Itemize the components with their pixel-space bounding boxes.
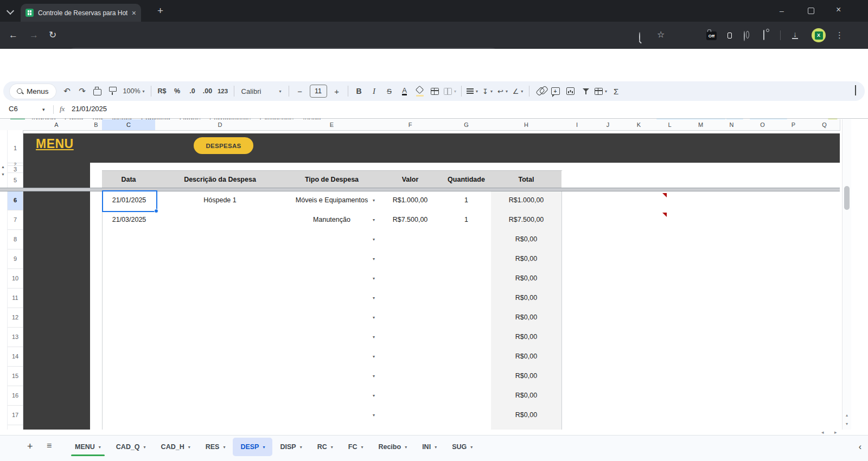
cell-valor[interactable] <box>379 288 442 308</box>
sheet-tab-RES[interactable]: RES▾ <box>198 438 233 456</box>
column-header-F[interactable]: F <box>379 119 442 131</box>
sheet-tab-menu-caret[interactable]: ▾ <box>470 445 473 450</box>
redo-icon[interactable]: ↷ <box>75 84 90 99</box>
cell-descricao[interactable] <box>155 229 285 249</box>
window-close-button[interactable]: × <box>836 6 841 14</box>
cell-quantidade[interactable] <box>442 268 492 289</box>
scroll-down-icon[interactable]: ▾ <box>843 421 851 426</box>
scrollbar-thumb[interactable] <box>844 186 850 210</box>
sheet-tab-menu-caret[interactable]: ▾ <box>435 445 437 450</box>
dark-left-panel[interactable] <box>23 163 90 430</box>
cell-tipo[interactable]: ▾ <box>285 366 379 386</box>
cell-tipo[interactable]: ▾ <box>285 386 379 406</box>
format-currency-button[interactable]: R$ <box>155 84 169 99</box>
extension-off-badge-icon[interactable]: Off <box>706 31 717 40</box>
column-header-A[interactable]: A <box>23 119 91 131</box>
sheet-tab-DISP[interactable]: DISP▾ <box>272 438 309 456</box>
functions-sum-button[interactable]: Σ <box>609 84 623 99</box>
cell-valor[interactable] <box>379 229 442 249</box>
browser-profile-avatar[interactable]: X <box>812 28 826 42</box>
sheet-tab-SUG[interactable]: SUG▾ <box>444 438 480 456</box>
row-header-6[interactable]: 6 <box>8 190 23 210</box>
bold-button[interactable]: B <box>352 84 366 99</box>
sheet-tab-DESP[interactable]: DESP▾ <box>233 438 272 456</box>
tab-search-chevron-icon[interactable] <box>7 7 14 15</box>
name-box-caret-icon[interactable]: ▾ <box>42 107 45 112</box>
dropdown-caret-icon[interactable]: ▾ <box>373 257 375 261</box>
cell-data[interactable] <box>102 386 156 406</box>
row-header-12[interactable]: 12 <box>8 308 23 328</box>
insert-chart-icon[interactable] <box>564 84 578 99</box>
sheet-tab-RC[interactable]: RC▾ <box>310 438 341 456</box>
cell-quantidade[interactable] <box>442 386 492 406</box>
column-header-B[interactable]: B <box>90 119 103 131</box>
cell-descricao[interactable] <box>155 366 285 386</box>
horizontal-align-button[interactable]: ▾ <box>465 84 480 99</box>
back-icon[interactable]: ← <box>9 30 18 41</box>
scroll-up-icon[interactable]: ▴ <box>843 413 851 418</box>
cell-tipo[interactable]: ▾ <box>285 405 379 425</box>
cell-valor[interactable] <box>379 308 442 328</box>
cell-data[interactable] <box>102 288 156 308</box>
print-icon[interactable] <box>91 84 105 99</box>
sheet-tab-Recibo[interactable]: Recibo▾ <box>371 438 414 456</box>
text-color-button[interactable]: A <box>398 84 412 99</box>
cell-descricao[interactable] <box>155 288 285 308</box>
select-all-corner[interactable] <box>0 119 23 131</box>
add-sheet-icon[interactable]: + <box>27 441 33 452</box>
cell-quantidade[interactable] <box>442 308 492 328</box>
dropdown-caret-icon[interactable]: ▾ <box>373 237 375 242</box>
row-header-17[interactable]: 17 <box>8 405 23 425</box>
row-header-7[interactable]: 7 <box>8 210 23 230</box>
dropdown-caret-icon[interactable]: ▾ <box>373 217 375 222</box>
row-header-9[interactable]: 9 <box>8 249 23 269</box>
collapse-toolbar-button[interactable] <box>855 86 856 96</box>
cell-quantidade[interactable] <box>442 366 492 386</box>
cell-valor[interactable]: R$1.000,00 <box>379 190 442 210</box>
bookmark-star-icon[interactable]: ☆ <box>657 29 665 40</box>
cell-data[interactable]: 21/01/2025 <box>102 190 156 210</box>
sheet-tab-menu-caret[interactable]: ▾ <box>188 445 190 450</box>
row-header-1[interactable]: 1 <box>8 133 23 163</box>
formula-input[interactable]: 21/01/2025 <box>72 105 107 113</box>
cell-total[interactable]: R$0,00 <box>491 366 562 386</box>
sheet-tab-menu-caret[interactable]: ▾ <box>223 445 225 450</box>
column-header-G[interactable]: G <box>442 119 492 131</box>
dropdown-caret-icon[interactable]: ▾ <box>373 354 375 359</box>
cell-data[interactable] <box>102 308 156 328</box>
sheet-tab-MENU[interactable]: MENU▾ <box>67 438 108 456</box>
cell-valor[interactable] <box>379 386 442 406</box>
downloads-icon[interactable]: ↓ <box>792 31 798 39</box>
cell-total[interactable]: R$0,00 <box>491 347 562 367</box>
sheet-tab-menu-caret[interactable]: ▾ <box>300 445 302 450</box>
fill-color-button[interactable] <box>413 84 427 99</box>
strikethrough-button[interactable]: S <box>382 84 397 99</box>
cell-valor[interactable] <box>379 405 442 425</box>
sheet-tab-menu-caret[interactable]: ▾ <box>405 445 407 450</box>
cell-data[interactable] <box>102 327 156 347</box>
row-header-15[interactable]: 15 <box>8 366 23 386</box>
sheet-tab-FC[interactable]: FC▾ <box>341 438 371 456</box>
decrease-font-size-button[interactable]: − <box>293 84 307 99</box>
cell-descricao[interactable]: Hóspede 1 <box>155 190 285 210</box>
cell-valor[interactable] <box>379 327 442 347</box>
search-icon[interactable] <box>639 33 640 42</box>
browser-menu-icon[interactable]: ⋮ <box>835 30 844 40</box>
scroll-left-icon[interactable]: ◂ <box>821 430 824 435</box>
zoom-select[interactable]: 100%▾ <box>121 84 147 99</box>
cell-tipo[interactable]: ▾ <box>285 327 379 347</box>
new-tab-button[interactable]: + <box>157 5 163 17</box>
tab-close-icon[interactable]: × <box>132 9 136 17</box>
cell-descricao[interactable] <box>155 249 285 269</box>
sheet-tab-CAD_H[interactable]: CAD_H▾ <box>154 438 198 456</box>
increase-font-size-button[interactable]: + <box>330 84 344 99</box>
dropdown-caret-icon[interactable]: ▾ <box>373 198 375 203</box>
window-minimize-button[interactable]: – <box>780 7 784 15</box>
cell-total[interactable]: R$0,00 <box>491 308 562 328</box>
cell-tipo[interactable]: Manutenção▾ <box>285 210 379 230</box>
cell-descricao[interactable] <box>155 347 285 367</box>
browser-tab[interactable]: Controle de Reservas para Hoté × <box>21 4 141 22</box>
cell-data[interactable] <box>102 229 156 249</box>
font-size-input[interactable]: 11 <box>310 85 327 98</box>
side-panel-chevron-icon[interactable]: ‹ <box>859 442 861 452</box>
